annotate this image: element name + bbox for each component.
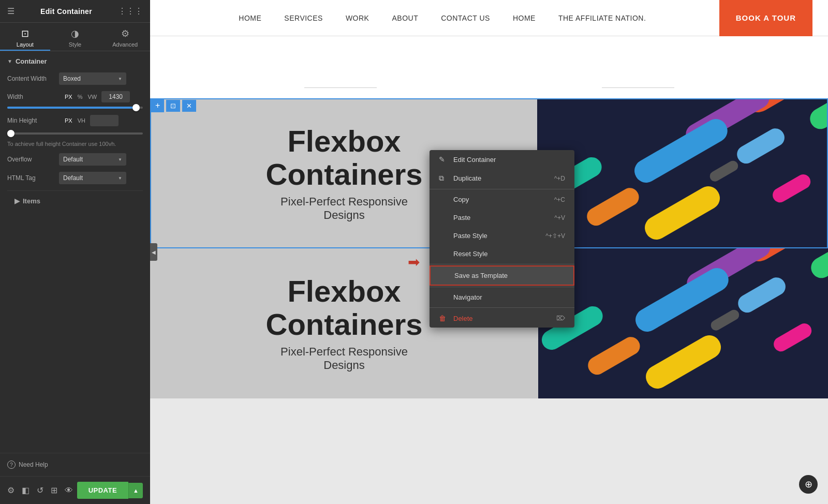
panel-bottom-toolbar: ⚙ ◧ ↺ ⊞ 👁 UPDATE ▲ <box>0 476 150 504</box>
nav-affiliate[interactable]: THE AFFILIATE NATION. <box>547 14 657 22</box>
panel-content: ▼ Container Content Width Boxed Full Wid… <box>0 51 150 453</box>
width-input[interactable] <box>101 91 130 102</box>
svg-rect-17 <box>642 331 725 393</box>
min-height-unit-vh-btn[interactable]: VH <box>76 116 87 125</box>
nav-work[interactable]: WORK <box>334 14 381 22</box>
svg-rect-11 <box>807 248 828 282</box>
zoom-button[interactable]: ⊕ <box>799 475 818 494</box>
overflow-select[interactable]: Default Hidden Scroll Auto <box>59 153 126 166</box>
min-height-control: PX VH <box>59 115 143 126</box>
overflow-select-wrapper[interactable]: Default Hidden Scroll Auto <box>59 153 126 166</box>
html-tag-row: HTML Tag Default header footer main arti… <box>7 172 143 184</box>
left-panel: ☰ Edit Container ⋮⋮⋮ ⊡ Layout ◑ Style ⚙ … <box>0 0 150 504</box>
context-menu-duplicate[interactable]: ⧉ Duplicate ^+D <box>430 169 574 188</box>
help-icon[interactable]: ? <box>7 461 16 469</box>
panel-header-left-icons: ☰ <box>7 6 14 16</box>
book-tour-button[interactable]: BOOK A TOUR <box>719 0 812 36</box>
items-section-header[interactable]: ▶ Items <box>14 197 136 205</box>
tab-style-label: Style <box>69 41 81 48</box>
duplicate-icon: ⧉ <box>439 174 448 183</box>
settings-icon[interactable]: ⚙ <box>7 485 14 495</box>
context-navigator-label: Navigator <box>453 293 482 301</box>
context-menu-paste-style[interactable]: Paste Style ^+⇧+V <box>430 227 574 245</box>
context-menu-navigator[interactable]: Navigator <box>430 288 574 306</box>
nav-home2[interactable]: HOME <box>501 14 547 22</box>
tab-layout-label: Layout <box>17 41 34 48</box>
svg-rect-6 <box>584 185 642 229</box>
update-button[interactable]: UPDATE <box>77 482 128 499</box>
eye-icon[interactable]: 👁 <box>65 486 73 495</box>
content-width-label: Content Width <box>7 75 59 82</box>
grid-icon[interactable]: ⋮⋮⋮ <box>118 6 143 16</box>
context-paste-shortcut: ^+V <box>554 214 565 221</box>
context-menu-divider-3 <box>430 287 574 287</box>
collapse-panel-button[interactable]: ◀ <box>150 243 157 261</box>
nav-home[interactable]: HOME <box>227 14 273 22</box>
unit-px-btn[interactable]: PX <box>63 93 74 101</box>
shapes-svg-lower <box>538 248 828 398</box>
container-section-header[interactable]: ▼ Container <box>7 57 143 65</box>
context-paste-style-label: Paste Style <box>453 232 487 240</box>
context-menu-divider-1 <box>430 189 574 189</box>
unit-percent-btn[interactable]: % <box>76 93 84 101</box>
container-edit-btn[interactable]: ⊡ <box>166 100 180 112</box>
panel-title: Edit Container <box>40 7 92 16</box>
context-menu-save-template[interactable]: Save as Template <box>430 265 574 286</box>
template-icon[interactable]: ⊞ <box>51 485 57 495</box>
min-height-unit-px-btn[interactable]: PX <box>63 116 74 125</box>
svg-rect-15 <box>771 321 814 354</box>
content-width-select-wrapper[interactable]: Boxed Full Width <box>59 72 126 85</box>
unit-vw-btn[interactable]: VW <box>86 93 98 101</box>
context-menu-copy[interactable]: Copy ^+C <box>430 190 574 209</box>
overflow-label: Overflow <box>7 156 59 163</box>
width-slider-thumb[interactable] <box>132 104 140 111</box>
context-menu-edit-container[interactable]: ✎ Edit Container <box>430 150 574 169</box>
container-add-btn[interactable]: + <box>151 99 164 112</box>
context-reset-style-label: Reset Style <box>453 250 487 258</box>
content-width-row: Content Width Boxed Full Width <box>7 72 143 85</box>
content-width-select[interactable]: Boxed Full Width <box>59 72 126 85</box>
panel-header: ☰ Edit Container ⋮⋮⋮ <box>0 0 150 23</box>
tab-layout[interactable]: ⊡ Layout <box>0 23 50 51</box>
header-col-1 <box>304 87 377 88</box>
nav-services[interactable]: SERVICES <box>273 14 334 22</box>
context-menu-reset-style[interactable]: Reset Style <box>430 245 574 263</box>
context-menu-delete[interactable]: 🗑 Delete ⌦ <box>430 309 574 328</box>
layout-tab-icon: ⊡ <box>21 28 29 39</box>
width-row: Width PX % VW <box>7 91 143 102</box>
context-menu-divider-2 <box>430 264 574 264</box>
context-menu-paste[interactable]: Paste ^+V <box>430 209 574 227</box>
update-dropdown-arrow[interactable]: ▲ <box>128 483 143 498</box>
html-tag-select[interactable]: Default header footer main article secti… <box>59 172 126 184</box>
tab-advanced[interactable]: ⚙ Advanced <box>100 23 150 51</box>
min-height-label: Min Height <box>7 117 59 124</box>
svg-rect-9 <box>708 159 740 183</box>
min-height-slider-track[interactable] <box>7 132 143 135</box>
tab-style[interactable]: ◑ Style <box>50 23 100 51</box>
history-icon[interactable]: ↺ <box>37 485 43 495</box>
min-height-slider-thumb[interactable] <box>7 130 14 137</box>
min-height-input[interactable] <box>90 115 119 126</box>
html-tag-label: HTML Tag <box>7 174 59 182</box>
nav-about[interactable]: ABOUT <box>380 14 430 22</box>
hamburger-icon[interactable]: ☰ <box>7 6 14 16</box>
context-copy-shortcut: ^+C <box>554 196 565 203</box>
edit-icon: ✎ <box>439 155 448 164</box>
context-save-template-label: Save as Template <box>454 272 508 279</box>
layers-icon[interactable]: ◧ <box>22 485 29 495</box>
width-slider-fill <box>7 107 136 109</box>
html-tag-select-wrapper[interactable]: Default header footer main article secti… <box>59 172 126 184</box>
context-menu: ✎ Edit Container ⧉ Duplicate ^+D Copy ^+… <box>430 150 574 328</box>
context-paste-style-shortcut: ^+⇧+V <box>545 232 565 240</box>
width-slider-track[interactable] <box>7 107 143 109</box>
header-col-2 <box>602 87 674 88</box>
flexbox-subtitle-upper: Pixel-Perfect ResponsiveDesigns <box>280 195 408 222</box>
min-height-row: Min Height PX VH <box>7 115 143 126</box>
header-divider-2 <box>602 87 674 88</box>
container-close-btn[interactable]: ✕ <box>182 100 196 112</box>
header-divider-1 <box>304 87 377 88</box>
panel-header-right-icons: ⋮⋮⋮ <box>118 6 143 16</box>
nav-contact[interactable]: CONTACT US <box>430 14 501 22</box>
container-arrow-icon: ▼ <box>7 58 12 64</box>
top-content-header <box>150 36 828 98</box>
